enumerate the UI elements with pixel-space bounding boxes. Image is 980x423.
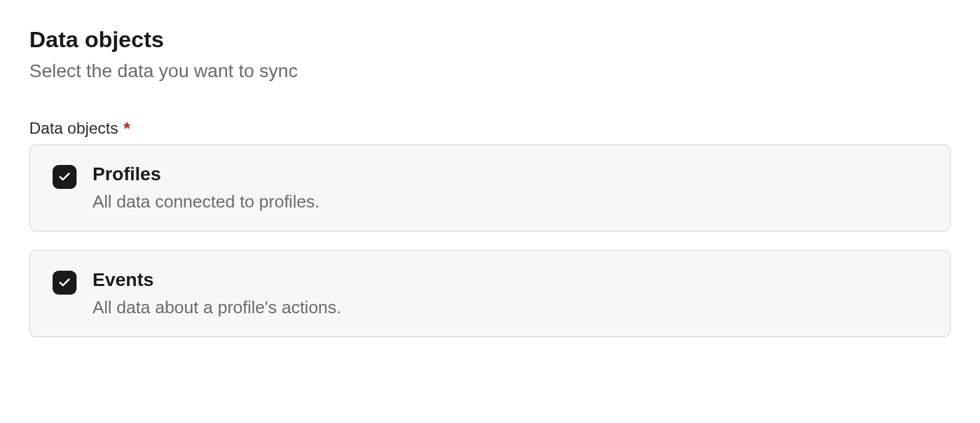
section-title: Data objects	[29, 27, 951, 53]
option-description: All data connected to profiles.	[93, 192, 320, 212]
checkbox-events[interactable]	[53, 271, 77, 295]
field-label-row: Data objects *	[29, 119, 951, 138]
field-label: Data objects	[29, 119, 118, 138]
check-icon	[58, 170, 71, 184]
checkbox-profiles[interactable]	[53, 165, 77, 189]
section-subtitle: Select the data you want to sync	[29, 61, 951, 82]
option-title: Profiles	[93, 164, 320, 185]
option-text: Events All data about a profile's action…	[93, 269, 342, 318]
option-card-events[interactable]: Events All data about a profile's action…	[29, 250, 951, 337]
option-card-profiles[interactable]: Profiles All data connected to profiles.	[29, 144, 951, 231]
required-asterisk-icon: *	[123, 120, 130, 137]
option-text: Profiles All data connected to profiles.	[93, 164, 320, 212]
option-description: All data about a profile's actions.	[93, 297, 342, 318]
check-icon	[58, 276, 71, 289]
option-title: Events	[93, 269, 342, 291]
